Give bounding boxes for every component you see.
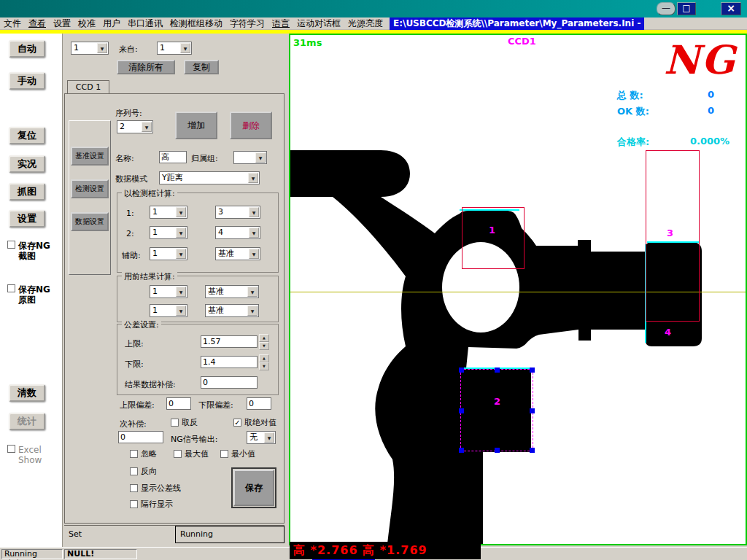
result-compensation-input[interactable] xyxy=(201,376,258,389)
menu-file[interactable]: 文件 xyxy=(0,18,25,30)
chevron-down-icon[interactable]: ▼ xyxy=(264,432,274,443)
add-button[interactable]: 增加 xyxy=(175,112,217,139)
frame-aux-a-combobox[interactable]: 1▼ xyxy=(150,247,187,260)
menu-serial-comm[interactable]: 串口通讯 xyxy=(124,18,166,30)
frame-row2-b-combobox[interactable]: 4▼ xyxy=(215,226,260,239)
tab-ccd1[interactable]: CCD 1 xyxy=(67,80,109,94)
menu-detect-frame-move[interactable]: 检测框组移动 xyxy=(166,18,226,30)
menu-language[interactable]: 语言 xyxy=(268,18,293,30)
chevron-down-icon[interactable]: ▼ xyxy=(255,152,266,163)
tab-set[interactable]: Set xyxy=(69,529,82,539)
reset-button[interactable]: 复位 xyxy=(9,127,45,144)
chevron-down-icon[interactable]: ▼ xyxy=(248,173,258,183)
spin-down-icon[interactable]: ▼ xyxy=(259,342,269,350)
maximize-button[interactable]: □ xyxy=(677,2,696,15)
chevron-down-icon[interactable]: ▼ xyxy=(176,287,186,297)
prev-row1-b-combobox[interactable]: 基准▼ xyxy=(205,285,259,298)
settings-button[interactable]: 设置 xyxy=(9,210,45,228)
prev-row2-b-combobox[interactable]: 基准▼ xyxy=(205,304,259,317)
delete-button[interactable]: 删除 xyxy=(230,112,272,139)
resize-handle[interactable] xyxy=(530,448,535,453)
resize-handle[interactable] xyxy=(530,368,535,373)
tab-running[interactable]: Running xyxy=(175,526,285,543)
chevron-down-icon[interactable]: ▼ xyxy=(97,43,107,53)
chevron-down-icon[interactable]: ▼ xyxy=(247,287,258,297)
excel-show-checkbox[interactable] xyxy=(7,445,15,453)
reverse-checkbox[interactable] xyxy=(130,467,138,475)
invert-checkbox[interactable] xyxy=(171,419,179,427)
close-button[interactable]: × xyxy=(721,2,741,15)
chevron-down-icon[interactable]: ▼ xyxy=(142,122,152,132)
capture-button[interactable]: 抓图 xyxy=(9,183,45,201)
from-combobox[interactable]: 1▼ xyxy=(157,42,192,55)
lower-limit-stepper[interactable]: ▲▼ xyxy=(259,354,269,370)
resize-handle[interactable] xyxy=(495,368,500,373)
clear-count-button[interactable]: 清数 xyxy=(9,384,45,402)
lower-dev-input[interactable] xyxy=(247,397,271,410)
save-ng-crop-checkbox[interactable] xyxy=(7,241,15,249)
resize-handle[interactable] xyxy=(459,408,464,413)
menu-light-brightness[interactable]: 光源亮度 xyxy=(344,18,387,30)
name-input[interactable] xyxy=(159,151,187,163)
data-mode-combobox[interactable]: Y距离▼ xyxy=(159,171,260,184)
group-combobox[interactable]: ▼ xyxy=(233,151,267,164)
slot-combobox[interactable]: 1▼ xyxy=(71,42,109,55)
upper-limit-input[interactable] xyxy=(201,335,258,348)
spin-up-icon[interactable]: ▲ xyxy=(259,354,269,362)
chevron-down-icon[interactable]: ▼ xyxy=(176,249,186,259)
chevron-down-icon[interactable]: ▼ xyxy=(176,207,186,217)
spin-down-icon[interactable]: ▼ xyxy=(259,362,269,370)
detection-box-2[interactable] xyxy=(460,369,533,451)
detection-box-1[interactable] xyxy=(462,207,525,269)
chevron-down-icon[interactable]: ▼ xyxy=(249,207,259,217)
auto-button[interactable]: 自动 xyxy=(9,40,45,58)
save-ng-orig-checkbox[interactable] xyxy=(7,284,15,292)
frame-row1-a-combobox[interactable]: 1▼ xyxy=(150,206,187,219)
minimize-icon: — xyxy=(662,3,670,13)
abs-checkbox[interactable] xyxy=(233,419,241,427)
resize-handle[interactable] xyxy=(495,448,500,453)
menu-view[interactable]: 查看 xyxy=(25,18,50,30)
spin-up-icon[interactable]: ▲ xyxy=(259,334,269,342)
live-button[interactable]: 实况 xyxy=(9,155,45,173)
chevron-down-icon[interactable]: ▼ xyxy=(249,249,259,259)
frame-row2-a-combobox[interactable]: 1▼ xyxy=(150,226,187,239)
chevron-down-icon[interactable]: ▼ xyxy=(176,306,186,316)
interlace-checkbox[interactable] xyxy=(130,500,138,508)
save-button[interactable]: 保存 xyxy=(233,470,274,506)
copy-button[interactable]: 复制 xyxy=(184,60,219,74)
data-mode-label: 数据模式 xyxy=(115,174,147,184)
base-setting-button[interactable]: 基准设置 xyxy=(71,147,109,166)
menu-calibration[interactable]: 校准 xyxy=(74,18,99,30)
resize-handle[interactable] xyxy=(459,448,464,453)
lower-limit-input[interactable] xyxy=(201,356,258,368)
data-setting-button[interactable]: 数据设置 xyxy=(71,212,109,231)
menu-motion-dialog[interactable]: 运动对话框 xyxy=(293,18,344,30)
max-checkbox[interactable] xyxy=(174,450,182,458)
resize-handle[interactable] xyxy=(459,368,464,373)
chevron-down-icon[interactable]: ▼ xyxy=(176,228,186,238)
frame-aux-b-combobox[interactable]: 基准▼ xyxy=(215,247,260,260)
sec-comp-input[interactable] xyxy=(118,431,163,443)
prev-row1-a-combobox[interactable]: 1▼ xyxy=(150,285,187,298)
clear-all-button[interactable]: 清除所有 xyxy=(117,60,175,74)
min-checkbox[interactable] xyxy=(220,450,228,458)
upper-dev-input[interactable] xyxy=(166,397,191,410)
menu-user[interactable]: 用户 xyxy=(99,18,124,30)
serial-combobox[interactable]: 2▼ xyxy=(117,120,153,133)
chevron-down-icon[interactable]: ▼ xyxy=(249,228,259,238)
show-tolerance-checkbox[interactable] xyxy=(130,484,138,492)
manual-button[interactable]: 手动 xyxy=(9,72,45,90)
menu-char-learning[interactable]: 字符学习 xyxy=(226,18,268,30)
resize-handle[interactable] xyxy=(530,408,535,413)
detect-setting-button[interactable]: 检测设置 xyxy=(71,179,109,198)
menu-settings[interactable]: 设置 xyxy=(50,18,74,30)
upper-limit-stepper[interactable]: ▲▼ xyxy=(259,334,269,350)
chevron-down-icon[interactable]: ▼ xyxy=(247,306,258,316)
prev-row2-a-combobox[interactable]: 1▼ xyxy=(150,304,187,317)
chevron-down-icon[interactable]: ▼ xyxy=(180,43,190,53)
ng-signal-combobox[interactable]: 无▼ xyxy=(247,431,276,444)
ignore-checkbox[interactable] xyxy=(130,450,138,458)
minimize-button[interactable]: — xyxy=(657,2,676,15)
frame-row1-b-combobox[interactable]: 3▼ xyxy=(215,206,260,219)
